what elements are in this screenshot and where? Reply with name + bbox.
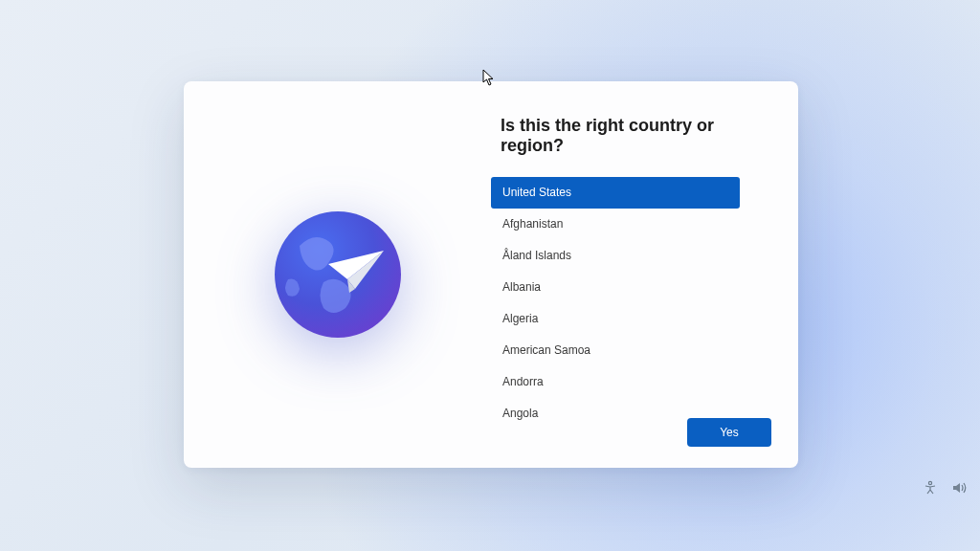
country-label: Andorra [502, 375, 544, 388]
country-item[interactable]: Algeria [491, 303, 740, 335]
country-item[interactable]: Albania [491, 272, 740, 303]
accessibility-icon[interactable] [923, 480, 938, 496]
country-item[interactable]: Åland Islands [491, 240, 740, 272]
illustration-pane [184, 81, 491, 468]
country-item-selected[interactable]: United States [491, 177, 740, 209]
yes-button[interactable]: Yes [687, 418, 771, 447]
country-label: Åland Islands [502, 249, 571, 262]
setup-dialog: Is this the right country or region? Uni… [184, 81, 798, 468]
country-item[interactable]: American Samoa [491, 335, 740, 366]
globe-paper-plane-icon [271, 208, 405, 342]
country-label: Algeria [502, 312, 538, 325]
country-label: Afghanistan [502, 217, 563, 231]
country-label: United States [502, 186, 571, 199]
content-pane: Is this the right country or region? Uni… [491, 81, 798, 468]
taskbar-tray [923, 480, 969, 496]
country-label: Albania [502, 280, 541, 294]
page-title: Is this the right country or region? [491, 116, 771, 156]
country-label: Angola [502, 407, 538, 420]
country-list[interactable]: United States Afghanistan Åland Islands … [491, 177, 740, 430]
country-item[interactable]: Afghanistan [491, 209, 740, 240]
volume-icon[interactable] [951, 480, 969, 496]
svg-point-4 [928, 481, 931, 484]
svg-point-0 [275, 211, 401, 338]
country-item[interactable]: Andorra [491, 366, 740, 398]
country-label: American Samoa [502, 343, 590, 357]
